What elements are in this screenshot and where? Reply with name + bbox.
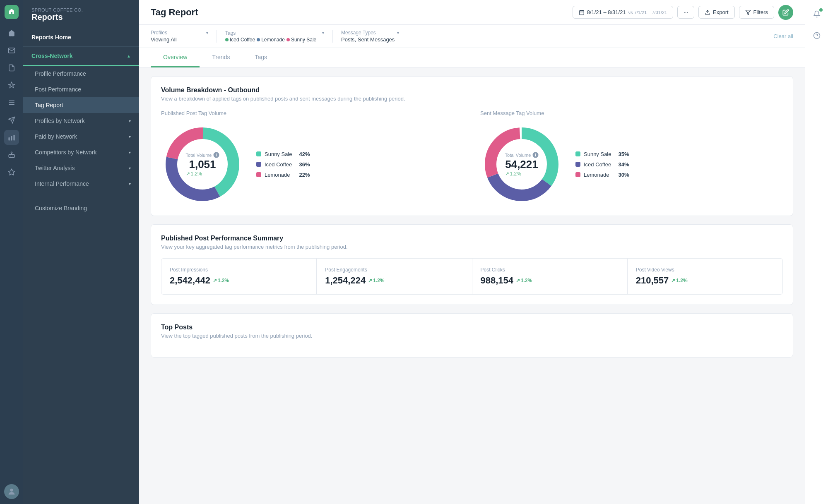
page-title: Tag Report bbox=[151, 7, 198, 18]
cross-network-chevron: ▲ bbox=[127, 54, 131, 58]
published-legend-iced-coffee: Iced Coffee 36% bbox=[256, 161, 310, 168]
message-types-filter[interactable]: Message Types ▾ Posts, Sent Messages bbox=[341, 30, 407, 43]
sidebar-item-reports-home[interactable]: Reports Home bbox=[23, 28, 139, 47]
svg-marker-13 bbox=[9, 169, 15, 175]
impressions-arrow: ↗ bbox=[213, 278, 217, 283]
sent-legend-iced-coffee: Iced Coffee 34% bbox=[575, 161, 629, 168]
sent-total-value: 54,221 bbox=[505, 158, 539, 171]
filter-bar: Profiles ▾ Viewing All Tags ▾ Iced Coffe… bbox=[139, 25, 805, 48]
clear-all-button[interactable]: Clear all bbox=[773, 33, 793, 39]
svg-rect-8 bbox=[9, 154, 14, 158]
published-summary-card: Published Post Performance Summary View … bbox=[151, 224, 793, 305]
compose-button[interactable] bbox=[778, 5, 793, 20]
sent-legend-lemonade: Lemonade 30% bbox=[575, 172, 629, 178]
twitter-chevron: ▾ bbox=[129, 166, 131, 170]
post-video-views-value: 210,557 ↗ 1.2% bbox=[636, 275, 774, 286]
more-options-button[interactable]: ··· bbox=[677, 6, 694, 19]
nav-home-icon[interactable] bbox=[4, 26, 19, 41]
internal-chevron: ▾ bbox=[129, 182, 131, 186]
top-posts-card: Top Posts View the top tagged published … bbox=[151, 313, 793, 358]
main-scroll-area: Volume Breakdown - Outbound View a break… bbox=[139, 68, 805, 504]
volume-breakdown-title: Volume Breakdown - Outbound bbox=[161, 86, 783, 94]
filters-button[interactable]: Filters bbox=[739, 6, 774, 19]
sent-lemonade-dot bbox=[575, 172, 580, 177]
svg-marker-20 bbox=[746, 10, 751, 14]
date-range-text: 8/1/21 – 8/31/21 bbox=[587, 9, 626, 15]
profiles-filter[interactable]: Profiles ▾ Viewing All bbox=[151, 30, 217, 43]
tag-lemonade: Lemonade bbox=[257, 37, 285, 43]
sent-total-label: Total Volume i bbox=[505, 152, 539, 158]
app-logo[interactable] bbox=[5, 5, 19, 19]
sunny-sale-dot bbox=[286, 38, 290, 41]
tab-trends[interactable]: Trends bbox=[200, 48, 242, 67]
post-engagements-label: Post Engagements bbox=[325, 267, 463, 273]
company-name: Sprout Coffee Co. bbox=[31, 7, 131, 12]
post-impressions-change: ↗ 1.2% bbox=[213, 278, 229, 283]
compose-icon bbox=[782, 9, 789, 16]
sidebar-item-customize-branding[interactable]: Customize Branding bbox=[23, 200, 139, 216]
iced-coffee-legend-dot bbox=[256, 162, 261, 167]
iced-coffee-dot bbox=[225, 38, 229, 41]
published-summary-subtitle: View your key aggregated tag performance… bbox=[161, 244, 783, 250]
sent-total-change: ↗ 1.2% bbox=[505, 171, 539, 177]
nav-analytics-icon[interactable] bbox=[4, 130, 19, 145]
sent-lemonade-pct: 30% bbox=[615, 172, 629, 178]
published-donut-center: Total Volume i 1,051 ↗ 1.2% bbox=[186, 152, 219, 177]
tabs-bar: Overview Trends Tags bbox=[139, 48, 805, 68]
post-clicks-value: 988,154 ↗ 1.2% bbox=[481, 275, 619, 286]
sidebar-item-internal-performance[interactable]: Internal Performance ▾ bbox=[23, 176, 139, 192]
lemonade-pct: 22% bbox=[296, 172, 310, 178]
sidebar-item-paid-by-network[interactable]: Paid by Network ▾ bbox=[23, 129, 139, 144]
sidebar-brand: Sprout Coffee Co. Reports bbox=[23, 0, 139, 28]
sidebar-item-tag-report[interactable]: Tag Report bbox=[23, 97, 139, 113]
sidebar-item-twitter-analysis[interactable]: Twitter Analysis ▾ bbox=[23, 160, 139, 176]
published-total-change: ↗ 1.2% bbox=[186, 171, 219, 177]
svg-rect-7 bbox=[14, 135, 15, 141]
sent-donut-center: Total Volume i 54,221 ↗ 1.2% bbox=[505, 152, 539, 177]
nav-star-icon[interactable] bbox=[4, 165, 19, 180]
nav-queue-icon[interactable] bbox=[4, 95, 19, 110]
sidebar-item-post-performance[interactable]: Post Performance bbox=[23, 82, 139, 97]
sent-donut-wrapper: Total Volume i 54,221 ↗ 1.2% bbox=[480, 123, 563, 206]
post-video-views-label: Post Video Views bbox=[636, 267, 774, 273]
nav-bot-icon[interactable] bbox=[4, 147, 19, 162]
published-donut-wrapper: Total Volume i 1,051 ↗ 1.2% bbox=[161, 123, 244, 206]
volume-breakdown-subtitle: View a breakdown of applied tags on publ… bbox=[161, 96, 783, 102]
date-range-button[interactable]: 8/1/21 – 8/31/21 vs 7/1/21 – 7/31/21 bbox=[573, 6, 674, 19]
user-avatar[interactable] bbox=[4, 484, 19, 499]
compare-range-text: vs 7/1/21 – 7/31/21 bbox=[628, 10, 667, 15]
published-legend: Sunny Sale 42% Iced Coffee 36% Lemonade bbox=[256, 151, 310, 178]
main-content: Tag Report 8/1/21 – 8/31/21 vs 7/1/21 – … bbox=[139, 0, 805, 504]
tab-overview[interactable]: Overview bbox=[151, 48, 200, 67]
nav-send-icon[interactable] bbox=[4, 113, 19, 127]
notification-badge bbox=[819, 8, 823, 12]
sidebar-section-cross-network[interactable]: Cross-Network ▲ bbox=[23, 47, 139, 66]
published-arrow-icon: ↗ bbox=[186, 171, 190, 177]
export-button[interactable]: Export bbox=[698, 6, 735, 19]
volume-breakdown-card: Volume Breakdown - Outbound View a break… bbox=[151, 76, 793, 216]
svg-rect-5 bbox=[9, 137, 10, 141]
nav-pin-icon[interactable] bbox=[4, 78, 19, 93]
tags-filter[interactable]: Tags ▾ Iced Coffee Lemonade Sunny Sale bbox=[225, 30, 333, 43]
notification-icon[interactable] bbox=[809, 7, 824, 22]
sidebar-item-profiles-by-network[interactable]: Profiles by Network ▾ bbox=[23, 113, 139, 129]
message-types-value: Posts, Sent Messages bbox=[341, 36, 399, 43]
sent-legend: Sunny Sale 35% Iced Coffee 34% Lemonade bbox=[575, 151, 629, 178]
metric-post-engagements: Post Engagements 1,254,224 ↗ 1.2% bbox=[317, 259, 472, 294]
published-summary-title: Published Post Performance Summary bbox=[161, 235, 783, 242]
help-icon[interactable] bbox=[809, 28, 824, 43]
sent-arrow-icon: ↗ bbox=[505, 171, 509, 177]
sent-info-icon: i bbox=[532, 152, 538, 158]
top-header: Tag Report 8/1/21 – 8/31/21 vs 7/1/21 – … bbox=[139, 0, 805, 25]
tab-tags[interactable]: Tags bbox=[242, 48, 279, 67]
app-name: Reports bbox=[31, 12, 131, 22]
sidebar-item-profile-performance[interactable]: Profile Performance bbox=[23, 66, 139, 82]
nav-tasks-icon[interactable] bbox=[4, 60, 19, 75]
nav-inbox-icon[interactable] bbox=[4, 43, 19, 58]
sent-iced-coffee-dot bbox=[575, 162, 580, 167]
post-engagements-value: 1,254,224 ↗ 1.2% bbox=[325, 275, 463, 286]
profiles-filter-value: Viewing All bbox=[151, 36, 208, 43]
sidebar-item-competitors-by-network[interactable]: Competitors by Network ▾ bbox=[23, 144, 139, 160]
published-total-value: 1,051 bbox=[186, 158, 219, 171]
top-posts-subtitle: View the top tagged published posts from… bbox=[161, 333, 783, 339]
